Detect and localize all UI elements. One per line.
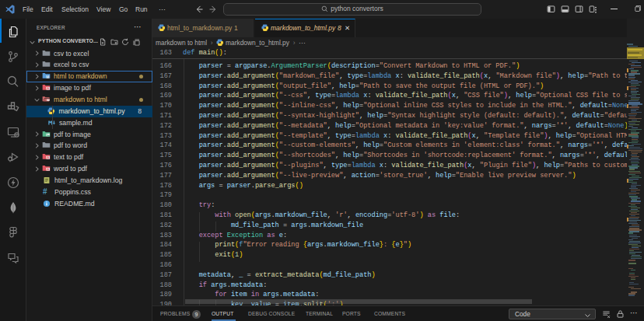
svg-text:M: M — [46, 75, 49, 79]
svg-text:A: A — [47, 155, 49, 159]
svg-text:A: A — [47, 167, 49, 171]
svg-text:A: A — [47, 86, 49, 90]
